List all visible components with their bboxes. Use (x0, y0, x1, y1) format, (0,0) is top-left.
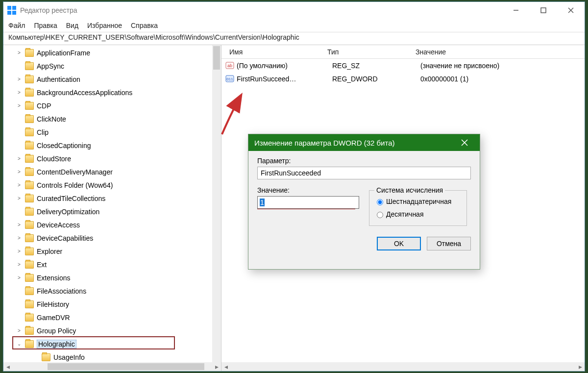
cell-value: (значение не присвоено) (420, 62, 585, 70)
tree-item-label: Extensions (37, 274, 70, 282)
tree-expand-icon[interactable]: > (15, 50, 23, 55)
tree-expand-icon[interactable]: > (15, 169, 23, 174)
tree-item[interactable]: >Extensions (5, 271, 212, 284)
param-label: Параметр: (257, 157, 471, 165)
tree-item[interactable]: ClickNote (5, 112, 212, 125)
dialog-close-button[interactable] (455, 134, 474, 151)
base-fieldset: Система исчисления Шестнадцатеричная Дес… (369, 186, 467, 226)
tree-item-label: ApplicationFrame (37, 49, 90, 57)
radio-hex-input[interactable] (377, 199, 383, 205)
value-input[interactable]: 1 (257, 196, 359, 209)
tree-expand-icon[interactable]: > (15, 182, 23, 188)
folder-icon (25, 168, 34, 176)
cell-name: FirstRunSucceed… (237, 75, 332, 83)
close-button[interactable] (557, 2, 585, 19)
tree-item[interactable]: ClosedCaptioning (5, 139, 212, 152)
tree-item[interactable]: UsageInfo (5, 350, 212, 362)
folder-icon (25, 142, 34, 149)
folder-icon (25, 195, 34, 202)
scroll-left-icon[interactable]: ◂ (3, 362, 12, 371)
tree-expand-icon[interactable]: > (15, 235, 23, 241)
tree-item[interactable]: >ContentDeliveryManager (5, 165, 212, 178)
tree-horizontal-scrollbar[interactable]: ◂ ▸ (3, 362, 221, 371)
tree-item[interactable]: Clip (5, 125, 212, 139)
tree-item[interactable]: >CDP (5, 99, 212, 112)
address-bar[interactable]: Компьютер\HKEY_CURRENT_USER\Software\Mic… (3, 32, 585, 45)
tree-pane: >ApplicationFrameAppSync>Authentication>… (3, 45, 221, 371)
tree-expand-icon[interactable]: > (15, 196, 23, 201)
menu-help[interactable]: Справка (131, 22, 158, 29)
tree-item[interactable]: GameDVR (5, 311, 212, 324)
tree-item-label: Ext (37, 261, 47, 269)
tree-expand-icon[interactable]: > (15, 103, 23, 108)
scroll-left-icon[interactable]: ◂ (221, 362, 230, 371)
tree-item[interactable]: >Explorer (5, 245, 212, 258)
values-horizontal-scrollbar[interactable]: ◂ ▸ (221, 362, 585, 371)
menu-file[interactable]: Файл (8, 22, 25, 29)
tree-expand-icon[interactable]: > (15, 275, 23, 280)
scroll-right-icon[interactable]: ▸ (212, 362, 221, 371)
svg-text:011: 011 (226, 77, 233, 81)
tree-item[interactable]: >Ext (5, 258, 212, 271)
dialog-titlebar: Изменение параметра DWORD (32 бита) (248, 134, 480, 151)
tree-expand-icon[interactable]: > (15, 90, 23, 95)
tree-item[interactable]: >CloudStore (5, 152, 212, 165)
folder-icon (25, 314, 34, 322)
tree-expand-icon[interactable]: > (15, 222, 23, 227)
tree-vertical-scrollbar[interactable] (212, 45, 221, 362)
tree-item-label: FileAssociations (37, 287, 86, 295)
values-list[interactable]: ab(По умолчанию)REG_SZ(значение не присв… (221, 59, 585, 85)
radio-hex[interactable]: Шестнадцатеричная (374, 195, 462, 208)
regedit-icon (7, 6, 16, 15)
folder-icon (25, 181, 34, 189)
svg-rect-1 (12, 6, 16, 10)
tree-item[interactable]: >BackgroundAccessApplications (5, 86, 212, 99)
tree-expand-icon[interactable]: > (15, 249, 23, 254)
col-header-value[interactable]: Значение (412, 48, 585, 56)
tree-expand-icon[interactable]: ⌄ (15, 341, 23, 347)
cell-name: (По умолчанию) (237, 62, 332, 70)
tree-item[interactable]: >Authentication (5, 73, 212, 86)
tree-expand-icon[interactable]: > (15, 76, 23, 82)
col-header-type[interactable]: Тип (323, 48, 412, 56)
tree-item-label: ClosedCaptioning (37, 142, 91, 149)
tree-item[interactable]: >ApplicationFrame (5, 46, 212, 59)
folder-icon (25, 115, 34, 123)
radio-dec[interactable]: Десятичная (374, 208, 462, 221)
tree-item[interactable]: >CuratedTileCollections (5, 192, 212, 205)
cancel-button[interactable]: Отмена (427, 237, 471, 250)
tree-item[interactable]: ⌄Holographic (5, 337, 212, 350)
menu-view[interactable]: Вид (66, 22, 78, 29)
value-row[interactable]: ab(По умолчанию)REG_SZ(значение не присв… (225, 59, 585, 72)
tree-item[interactable]: AppSync (5, 59, 212, 73)
tree-item[interactable]: DeliveryOptimization (5, 205, 212, 218)
scroll-right-icon[interactable]: ▸ (576, 362, 585, 371)
folder-icon (25, 327, 34, 335)
menu-favorites[interactable]: Избранное (87, 22, 122, 29)
tree-expand-icon[interactable]: > (15, 262, 23, 267)
menu-edit[interactable]: Правка (34, 22, 57, 29)
tree-item[interactable]: >Controls Folder (Wow64) (5, 178, 212, 192)
tree-item[interactable]: FileHistory (5, 298, 212, 311)
minimize-button[interactable] (502, 2, 530, 19)
tree-view[interactable]: >ApplicationFrameAppSync>Authentication>… (3, 45, 212, 362)
svg-text:ab: ab (227, 63, 232, 68)
tree-item[interactable]: >Group Policy (5, 324, 212, 337)
tree-expand-icon[interactable]: > (15, 156, 23, 161)
param-value-field: FirstRunSucceeded (257, 167, 471, 179)
folder-icon (25, 128, 34, 136)
tree-item[interactable]: >DeviceAccess (5, 218, 212, 231)
edit-dword-dialog: Изменение параметра DWORD (32 бита) Пара… (248, 134, 480, 270)
value-row[interactable]: 011FirstRunSucceed…REG_DWORD0x00000001 (… (225, 72, 585, 85)
tree-item-label: Authentication (37, 75, 80, 83)
folder-icon (25, 248, 34, 255)
tree-item[interactable]: FileAssociations (5, 284, 212, 298)
maximize-button[interactable] (530, 2, 557, 19)
tree-item[interactable]: >DeviceCapabilities (5, 231, 212, 245)
cell-type: REG_SZ (332, 62, 420, 70)
col-header-name[interactable]: Имя (225, 48, 323, 56)
tree-item-label: Clip (37, 128, 49, 136)
radio-dec-input[interactable] (377, 212, 383, 218)
ok-button[interactable]: OK (377, 237, 421, 250)
tree-expand-icon[interactable]: > (15, 328, 23, 333)
